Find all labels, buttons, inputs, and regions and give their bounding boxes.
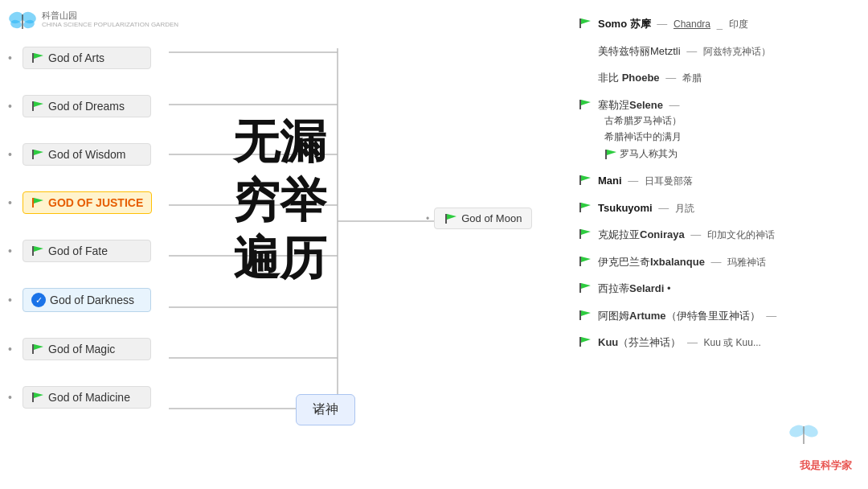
node-darkness-label: God of Darkness [50, 294, 134, 306]
svg-rect-35 [605, 150, 607, 159]
svg-rect-33 [579, 100, 581, 109]
center-chinese-text: 无漏 穷举 遍历 [233, 113, 326, 288]
right-item-selardi: 西拉蒂Selardi • [579, 281, 860, 298]
flag-icon-selene-sub [604, 149, 617, 160]
right-panel: Somo 苏摩 — Chandra _ 印度 美特兹特丽Metztli — 阿兹… [579, 16, 860, 483]
chinese-line-3: 遍历 [233, 229, 326, 288]
svg-rect-21 [32, 198, 34, 208]
flag-icon-dreams [31, 101, 44, 112]
flag-icon-arts [31, 52, 44, 64]
svg-marker-50 [581, 337, 591, 343]
svg-rect-49 [579, 337, 581, 347]
svg-marker-40 [581, 203, 591, 208]
svg-rect-27 [32, 392, 34, 402]
flag-icon-kuu [579, 336, 592, 347]
flag-icon-magic [31, 343, 44, 355]
watermark-text: 我是科学家 [800, 458, 852, 473]
svg-rect-41 [579, 229, 581, 239]
svg-marker-32 [581, 18, 591, 24]
node-fate[interactable]: • God of Fate [8, 240, 265, 262]
node-justice-label: GOD OF JUSTICE [48, 196, 143, 209]
right-item-phoebe: 非比 Phoebe — 希腊 [579, 70, 860, 88]
node-magic[interactable]: • God of Magic [8, 338, 265, 360]
flag-icon-mani [579, 175, 592, 186]
svg-marker-26 [34, 344, 43, 350]
svg-marker-18 [34, 101, 43, 107]
svg-marker-22 [34, 198, 43, 203]
svg-rect-31 [579, 18, 581, 28]
flag-icon-artume [579, 310, 592, 321]
moon-node[interactable]: • God of Moon [426, 208, 532, 229]
flag-icon-coniraya [579, 228, 592, 240]
svg-marker-36 [607, 150, 616, 155]
bottom-logo-icon [788, 421, 820, 446]
flag-icon-fate [31, 245, 44, 257]
svg-rect-43 [579, 257, 581, 266]
right-item-artume: 阿图姆Artume（伊特鲁里亚神话） — [579, 308, 860, 326]
svg-rect-15 [32, 53, 34, 63]
right-item-kuu: Kuu（芬兰神话） — Kuu 或 Kuu... [579, 335, 860, 352]
node-dreams-label: God of Dreams [48, 100, 125, 113]
right-item-ixbalanque: 伊克巴兰奇Ixbalanque — 玛雅神话 [579, 254, 860, 272]
node-arts-label: God of Arts [48, 51, 104, 64]
right-item-coniraya: 克妮拉亚Coniraya — 印加文化的神话 [579, 227, 860, 244]
flag-icon-justice [31, 197, 44, 208]
node-fate-label: God of Fate [48, 244, 108, 257]
center-node-label: 诸神 [313, 402, 338, 416]
right-item-selene: 塞勒涅Selene — 古希腊罗马神话） 希腊神话中的满月 罗马人称其为 [579, 97, 860, 164]
svg-marker-48 [581, 310, 591, 316]
svg-rect-23 [32, 246, 34, 256]
node-medicine-label: God of Madicine [48, 391, 130, 404]
svg-rect-37 [579, 175, 581, 185]
svg-rect-25 [32, 344, 34, 354]
chinese-line-1: 无漏 [233, 113, 326, 171]
svg-rect-17 [32, 101, 34, 111]
svg-marker-28 [34, 392, 43, 398]
svg-marker-44 [581, 257, 591, 262]
center-node[interactable]: 诸神 [296, 394, 355, 425]
svg-marker-42 [581, 229, 591, 235]
svg-marker-30 [447, 214, 457, 220]
node-wisdom-label: God of Wisdom [48, 148, 125, 161]
left-nodes-container: • God of Arts • God of Dreams • God of W… [8, 24, 265, 417]
flag-icon-selardi [579, 282, 592, 294]
svg-marker-24 [34, 246, 43, 252]
node-darkness[interactable]: • ✓ God of Darkness [8, 288, 265, 312]
svg-marker-34 [581, 100, 591, 105]
svg-rect-47 [579, 310, 581, 320]
flag-icon-ixbalanque [579, 256, 592, 267]
node-medicine[interactable]: • God of Madicine [8, 386, 265, 409]
chinese-line-2: 穷举 [233, 171, 326, 230]
right-item-somo: Somo 苏摩 — Chandra _ 印度 [579, 16, 860, 34]
flag-icon-moon [444, 213, 457, 224]
right-item-tsukuyomi: Tsukuyomi — 月読 [579, 200, 860, 218]
svg-rect-29 [445, 214, 447, 224]
svg-marker-38 [581, 175, 591, 181]
svg-marker-46 [581, 283, 591, 289]
right-item-mani: Mani — 日耳曼部落 [579, 173, 860, 191]
svg-marker-16 [34, 53, 43, 59]
check-icon-darkness: ✓ [31, 293, 46, 307]
node-dreams[interactable]: • God of Dreams [8, 95, 265, 117]
node-arts[interactable]: • God of Arts [8, 47, 265, 69]
flag-icon-tsukuyomi [579, 202, 592, 213]
logo-text-cn: 科普山园 [42, 10, 178, 21]
right-item-metztli: 美特兹特丽Metztli — 阿兹特克神话） [579, 43, 860, 61]
node-magic-label: God of Magic [48, 343, 115, 355]
flag-icon-somo [579, 18, 592, 29]
svg-rect-45 [579, 283, 581, 293]
svg-marker-20 [34, 150, 43, 155]
svg-rect-19 [32, 150, 34, 159]
node-justice[interactable]: • GOD OF JUSTICE [8, 191, 265, 214]
flag-icon-medicine [31, 392, 44, 403]
flag-icon-wisdom [31, 149, 44, 160]
svg-rect-39 [579, 203, 581, 212]
node-wisdom[interactable]: • God of Wisdom [8, 143, 265, 166]
moon-node-label: God of Moon [461, 212, 522, 224]
bottom-logo-area [788, 421, 820, 449]
flag-icon-selene [579, 99, 592, 110]
